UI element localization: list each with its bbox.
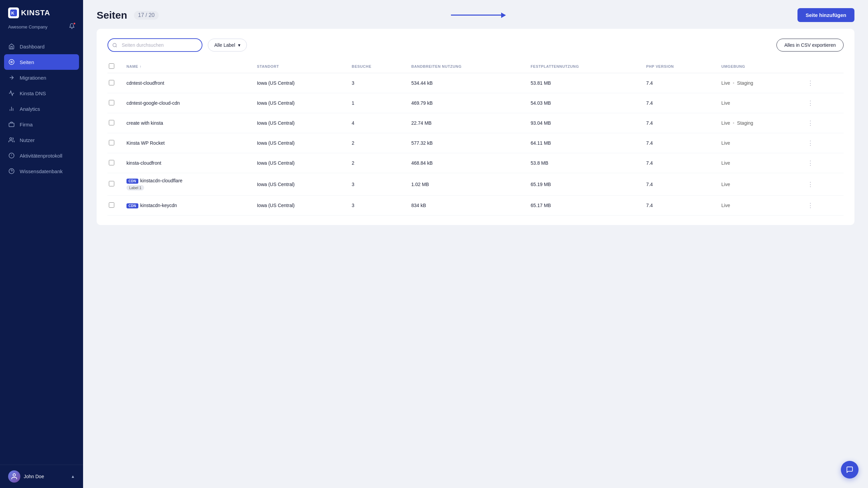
sidebar-item-nutzer[interactable]: Nutzer: [0, 132, 83, 148]
row-php: 7.4: [641, 133, 716, 153]
table-row: cdntest-google-cloud-cdnIowa (US Central…: [107, 93, 844, 113]
row-php: 7.4: [641, 73, 716, 93]
row-standort: Iowa (US Central): [252, 173, 347, 196]
more-options-button[interactable]: ⋮: [805, 200, 816, 210]
sites-table: NAME ↑ STANDORT BESUCHE BANDBREITEN NUTZ…: [107, 60, 844, 216]
row-standort: Iowa (US Central): [252, 153, 347, 173]
site-name[interactable]: cdntest-google-cloud-cdn: [126, 100, 180, 106]
svg-rect-8: [9, 123, 14, 127]
migration-icon: [8, 74, 15, 81]
svg-point-15: [13, 474, 15, 476]
table-row: CDNkinstacdn-keycdnIowa (US Central)3834…: [107, 196, 844, 216]
username: John Doe: [24, 474, 44, 479]
col-header-besuche: BESUCHE: [346, 60, 406, 73]
table-row: kinsta-cloudfrontIowa (US Central)2468.8…: [107, 153, 844, 173]
row-checkbox[interactable]: [109, 80, 114, 85]
table-row: CDNkinstacdn-cloudflareLabel 1Iowa (US C…: [107, 173, 844, 196]
sidebar-item-kinsta-dns[interactable]: Kinsta DNS: [0, 85, 83, 101]
row-umgebung: Live: [716, 133, 800, 153]
svg-point-9: [10, 138, 12, 140]
row-umgebung: Live: [716, 173, 800, 196]
kinsta-logo[interactable]: K KINSTA: [8, 7, 50, 18]
more-options-button[interactable]: ⋮: [805, 138, 816, 148]
svg-point-2: [9, 60, 14, 65]
company-icon: [8, 121, 15, 128]
more-options-button[interactable]: ⋮: [805, 158, 816, 168]
row-checkbox[interactable]: [109, 100, 114, 105]
sidebar-item-firma[interactable]: Firma: [0, 117, 83, 132]
table-header: NAME ↑ STANDORT BESUCHE BANDBREITEN NUTZ…: [107, 60, 844, 73]
svg-line-17: [116, 46, 117, 47]
row-actions: ⋮: [799, 113, 844, 133]
sidebar-item-dashboard[interactable]: Dashboard: [0, 39, 83, 54]
site-name[interactable]: kinsta-cloudfront: [126, 160, 161, 166]
col-header-actions: [799, 60, 844, 73]
row-name: create with kinsta: [121, 113, 252, 133]
chat-button[interactable]: [841, 461, 859, 479]
row-besuche: 4: [346, 113, 406, 133]
sidebar-item-migrationen[interactable]: Migrationen: [0, 70, 83, 85]
sidebar-item-label: Dashboard: [20, 44, 44, 49]
chevron-down-icon: ▾: [238, 42, 240, 48]
sidebar-item-label: Firma: [20, 122, 33, 127]
more-options-button[interactable]: ⋮: [805, 179, 816, 189]
label-dropdown[interactable]: Alle Label ▾: [208, 39, 247, 52]
label-dropdown-text: Alle Label: [214, 42, 235, 48]
site-name[interactable]: create with kinsta: [126, 120, 163, 126]
row-checkbox[interactable]: [109, 202, 114, 208]
row-actions: ⋮: [799, 93, 844, 113]
row-checkbox[interactable]: [109, 120, 114, 125]
row-actions: ⋮: [799, 196, 844, 216]
site-name[interactable]: kinstacdn-cloudflare: [140, 178, 183, 183]
col-header-php: PHP VERSION: [641, 60, 716, 73]
row-umgebung: Live: [716, 153, 800, 173]
row-bandbreiten: 468.84 kB: [406, 153, 525, 173]
more-options-button[interactable]: ⋮: [805, 78, 816, 88]
more-options-button[interactable]: ⋮: [805, 98, 816, 108]
user-footer[interactable]: John Doe ▲: [0, 465, 83, 488]
site-name[interactable]: Kinsta WP Rocket: [126, 140, 165, 146]
avatar: [8, 470, 20, 483]
sidebar-item-wissensdatenbank[interactable]: Wissensdatenbank: [0, 163, 83, 179]
more-options-button[interactable]: ⋮: [805, 118, 816, 128]
sidebar-item-aktivitaetenprotokoll[interactable]: Aktivitätenprotokoll: [0, 148, 83, 163]
row-bandbreiten: 834 kB: [406, 196, 525, 216]
sidebar-item-label: Kinsta DNS: [20, 90, 46, 96]
table-body: cdntest-cloudfrontIowa (US Central)3534.…: [107, 73, 844, 216]
svg-point-3: [11, 61, 13, 63]
site-name[interactable]: kinstacdn-keycdn: [140, 203, 177, 208]
company-row: Awesome Company: [0, 22, 83, 36]
table-row: create with kinstaIowa (US Central)422.7…: [107, 113, 844, 133]
sidebar-item-analytics[interactable]: Analytics: [0, 101, 83, 117]
row-checkbox[interactable]: [109, 140, 114, 145]
knowledge-icon: [8, 168, 15, 175]
row-festplatte: 53.8 MB: [525, 153, 641, 173]
notification-bell[interactable]: [69, 23, 75, 30]
row-php: 7.4: [641, 113, 716, 133]
row-php: 7.4: [641, 173, 716, 196]
logo-area: K KINSTA: [0, 0, 83, 22]
row-festplatte: 65.17 MB: [525, 196, 641, 216]
header-left: Seiten 17 / 20: [97, 9, 159, 21]
col-header-standort: STANDORT: [252, 60, 347, 73]
arrow-decoration: [451, 15, 505, 16]
sidebar: K KINSTA Awesome Company Dashboard: [0, 0, 83, 488]
select-all-checkbox[interactable]: [109, 63, 114, 69]
users-icon: [8, 137, 15, 143]
export-button[interactable]: Alles in CSV exportieren: [776, 39, 844, 52]
content-card: Alle Label ▾ Alles in CSV exportieren NA…: [97, 29, 854, 225]
row-besuche: 2: [346, 133, 406, 153]
row-php: 7.4: [641, 196, 716, 216]
table-row: Kinsta WP RocketIowa (US Central)2577.32…: [107, 133, 844, 153]
row-besuche: 3: [346, 73, 406, 93]
row-checkbox[interactable]: [109, 160, 114, 165]
sidebar-item-seiten[interactable]: Seiten: [4, 54, 79, 70]
site-name[interactable]: cdntest-cloudfront: [126, 80, 164, 86]
add-site-button[interactable]: Seite hinzufügen: [797, 8, 854, 22]
svg-point-16: [113, 43, 116, 46]
svg-text:K: K: [11, 11, 15, 16]
row-umgebung: Live: [716, 196, 800, 216]
search-input[interactable]: [107, 38, 202, 52]
row-checkbox[interactable]: [109, 181, 114, 186]
row-standort: Iowa (US Central): [252, 73, 347, 93]
